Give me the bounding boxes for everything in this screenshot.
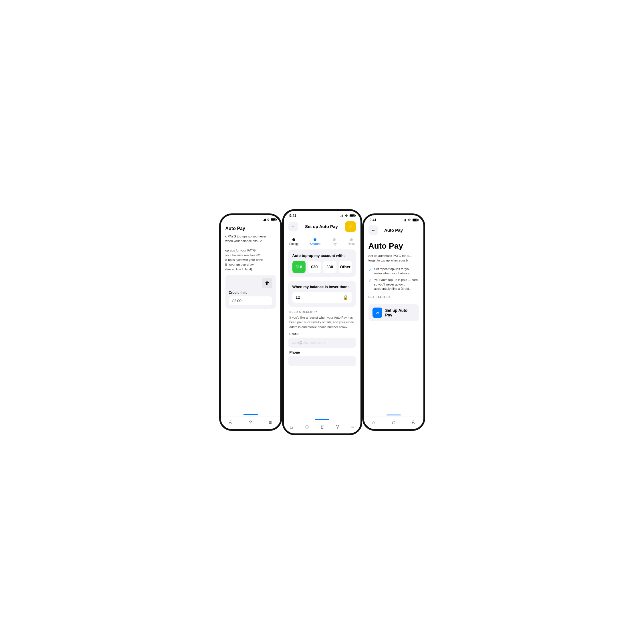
- menu-icon: ≡: [269, 420, 272, 426]
- email-input[interactable]: sam@example.com: [288, 338, 356, 348]
- nav-item-menu[interactable]: ≡: [269, 420, 272, 426]
- receipt-description: If you'd like a receipt when your Auto P…: [288, 315, 356, 330]
- receipt-label: NEED A RECEIPT?: [288, 310, 356, 314]
- center-nav-usage[interactable]: ⬡: [305, 425, 309, 429]
- center-lightning-button[interactable]: ⚡: [345, 221, 356, 232]
- center-nav-header: ← Set up Auto Pay ⚡: [284, 219, 360, 234]
- center-nav-menu[interactable]: ≡: [351, 424, 354, 430]
- nav-item-help[interactable]: ?: [249, 420, 252, 426]
- receipt-section: NEED A RECEIPT? If you'd like a receipt …: [288, 310, 356, 366]
- credit-limit-label: Credit limit: [229, 291, 272, 295]
- topup-section-title: Auto top-up my account with:: [292, 253, 352, 258]
- nav-item-payment[interactable]: £: [229, 420, 232, 426]
- credit-limit-section: Credit limit £2.00: [229, 291, 272, 305]
- step-connector-3: [336, 240, 348, 240]
- balance-title: When my balance is lower than:: [292, 285, 352, 289]
- step-energy-label: Energy: [290, 242, 299, 245]
- auto-pay-main-title: Auto Pay: [368, 241, 419, 251]
- center-nav-payment[interactable]: £: [321, 424, 324, 430]
- usage-icon: ⬡: [305, 425, 309, 429]
- left-desc-line7: (like a Direct Debit).: [225, 267, 276, 272]
- right-back-button[interactable]: ←: [368, 225, 378, 235]
- delete-button[interactable]: 🗑: [262, 278, 272, 288]
- right-content: Auto Pay Set up automatic PAYG top-u...f…: [364, 237, 423, 415]
- center-stepper: Energy Amount Pay Done: [284, 234, 360, 247]
- step-connector-2: [320, 240, 332, 240]
- phone-input[interactable]: [288, 356, 356, 366]
- right-wifi-icon: ⊙: [408, 218, 411, 222]
- infinity-icon: ∞: [376, 310, 379, 315]
- center-status-bar: 9:41 ⊙: [284, 211, 360, 219]
- step-amount: Amount: [310, 238, 320, 245]
- center-help-icon: ?: [336, 424, 339, 430]
- step-amount-dot: [314, 238, 316, 241]
- check-item-2: ✓ Your auto top-up is paid ... card, so …: [368, 278, 419, 291]
- left-desc-line3: op-ups for your PAYG: [225, 248, 276, 253]
- center-bottom-nav-wrapper: ⌂ ⬡ £ ? ≡: [284, 419, 360, 433]
- left-card-section: 🗑 Credit limit £2.00: [225, 275, 276, 309]
- right-nav-usage[interactable]: ⬡: [392, 420, 395, 425]
- right-time: 9:41: [370, 218, 377, 222]
- email-field-label: Email: [288, 332, 356, 336]
- check-item-1: ✓ Set repeat top-ups for yo... meter whe…: [368, 267, 419, 276]
- amount-btn-20[interactable]: £20: [308, 261, 321, 273]
- right-home-icon: ⌂: [372, 420, 375, 426]
- center-lightning-icon: ⚡: [347, 223, 354, 230]
- left-phone-content: Auto Pay c PAYG top-ups so you never whe…: [221, 222, 280, 313]
- checkmark-icon-2: ✓: [368, 278, 372, 283]
- left-desc-line4: your balance reaches £2.: [225, 253, 276, 258]
- step-energy: Energy: [290, 238, 299, 245]
- center-back-button[interactable]: ←: [288, 222, 298, 231]
- home-icon: ⌂: [290, 424, 293, 430]
- center-nav-home[interactable]: ⌂: [290, 424, 293, 430]
- balance-section: When my balance is lower than: £2 🔒: [288, 281, 356, 307]
- center-nav-bar: ⌂ ⬡ £ ? ≡: [284, 421, 360, 433]
- step-pay-label: Pay: [332, 242, 336, 245]
- center-signal-icon: [340, 214, 343, 217]
- setup-auto-pay-button[interactable]: ∞ Set up Auto Pay: [368, 304, 419, 321]
- center-nav-help[interactable]: ?: [336, 424, 339, 430]
- center-menu-icon: ≡: [351, 424, 354, 430]
- email-placeholder: sam@example.com: [292, 340, 325, 345]
- step-done-label: Done: [348, 242, 355, 245]
- center-content: Auto top-up my account with: £10 £20 £30…: [284, 247, 360, 419]
- help-icon: ?: [249, 420, 252, 426]
- wifi-icon: ⊙: [267, 218, 270, 221]
- right-bottom-nav-wrapper: ⌂ ⬡ £: [364, 415, 423, 429]
- left-bottom-nav: £ ? ≡: [221, 414, 280, 429]
- setup-btn-icon: ∞: [372, 308, 383, 318]
- battery-icon: [271, 218, 276, 221]
- trash-icon: 🗑: [265, 281, 270, 286]
- lock-icon: 🔒: [343, 295, 348, 300]
- divider: [368, 301, 419, 301]
- credit-limit-value: £2.00: [229, 296, 272, 305]
- get-started-label: GET STARTED: [368, 296, 419, 299]
- right-nav-payment[interactable]: £: [412, 420, 415, 426]
- left-description: c PAYG top-ups so you never when your ba…: [225, 234, 276, 272]
- center-nav-title: Set up Auto Pay: [298, 224, 345, 229]
- right-status-bar: 9:41 ⊙: [364, 215, 423, 223]
- amount-btn-other[interactable]: Other: [339, 261, 352, 273]
- left-desc-line1: c PAYG top-ups so you never: [225, 234, 276, 239]
- step-amount-label: Amount: [310, 242, 320, 245]
- amount-btn-30[interactable]: £30: [323, 261, 336, 273]
- balance-input-row: £2 🔒: [292, 292, 352, 303]
- left-auto-pay-title: Auto Pay: [225, 226, 276, 231]
- check-text-2: Your auto top-up is paid ... card, so yo…: [374, 278, 419, 291]
- step-done-dot: [350, 238, 353, 241]
- right-nav-bar: ⌂ ⬡ £: [364, 417, 423, 429]
- check-list: ✓ Set repeat top-ups for yo... meter whe…: [368, 267, 419, 291]
- phone-field-label: Phone: [288, 350, 356, 354]
- payment-icon: £: [229, 420, 232, 426]
- right-nav-title: Auto Pay: [378, 228, 409, 233]
- left-nav-bar: £ ? ≡: [221, 417, 280, 429]
- center-payment-icon: £: [321, 424, 324, 430]
- step-energy-dot: [292, 238, 295, 241]
- step-pay: Pay: [332, 238, 336, 245]
- amount-btn-10[interactable]: £10: [292, 261, 306, 273]
- right-nav-header: ← Auto Pay: [364, 223, 423, 237]
- right-signal-icon: [403, 219, 406, 221]
- right-nav-home[interactable]: ⌂: [372, 420, 375, 426]
- right-battery-icon: [413, 219, 418, 221]
- step-done: Done: [348, 238, 355, 245]
